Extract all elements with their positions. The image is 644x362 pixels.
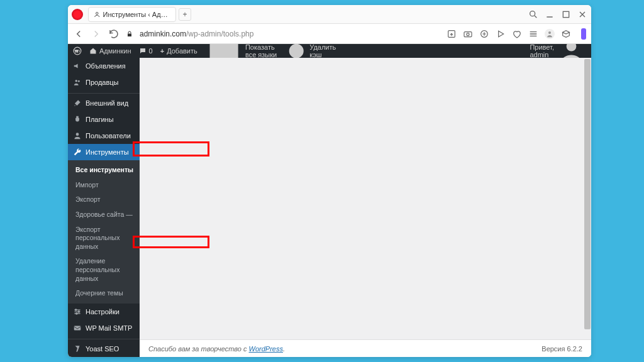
highlight-child-themes: [133, 236, 209, 248]
back-button[interactable]: [73, 28, 84, 40]
svg-point-12: [567, 44, 577, 51]
submenu-import[interactable]: Импорт: [68, 178, 140, 193]
heart-icon[interactable]: [512, 29, 522, 39]
svg-point-15: [76, 133, 79, 136]
users-icon: [73, 78, 82, 87]
new-tab-button[interactable]: +: [179, 8, 191, 21]
sidebar-item-appearance[interactable]: Внешний вид: [68, 93, 140, 111]
wand-icon[interactable]: [479, 29, 489, 39]
svg-point-18: [76, 313, 77, 314]
mail-icon: [73, 324, 82, 332]
profile-icon[interactable]: [545, 29, 555, 39]
svg-point-1: [530, 11, 535, 16]
sidebar-item-users[interactable]: Пользователи: [68, 128, 140, 144]
browser-tab[interactable]: Инструменты ‹ Админки: [88, 7, 176, 22]
reload-button[interactable]: [108, 28, 119, 40]
submenu-export[interactable]: Экспорт: [68, 192, 140, 207]
svg-rect-2: [563, 11, 569, 17]
camera-icon[interactable]: [463, 29, 473, 39]
submenu-child-themes[interactable]: Дочерние темы: [68, 286, 140, 301]
svg-point-11: [289, 44, 304, 58]
sidebar-item-label: Объявления: [86, 62, 126, 70]
sidebar-item-ads[interactable]: Объявления: [68, 58, 140, 74]
submenu-site-health[interactable]: Здоровье сайта —: [68, 207, 140, 222]
maximize-icon[interactable]: [561, 9, 571, 19]
scrollbar-thumb[interactable]: [584, 59, 591, 329]
extensions-icon[interactable]: [561, 29, 571, 39]
wrench-icon: [73, 148, 82, 156]
sidebar-item-label: Настройки: [86, 308, 119, 315]
sidebar-item-tools[interactable]: Инструменты: [68, 144, 140, 160]
svg-point-0: [96, 12, 99, 14]
svg-point-14: [78, 80, 80, 82]
tab-bar: Инструменты ‹ Админки +: [68, 5, 591, 24]
site-name-link[interactable]: Админкин: [89, 47, 131, 55]
add-new-link[interactable]: +Добавить: [160, 47, 197, 55]
svg-point-6: [467, 33, 469, 35]
sidebar-item-sellers[interactable]: Продавцы: [68, 74, 140, 90]
browser-window: Инструменты ‹ Админки + adminkin.com/wp-…: [68, 5, 591, 357]
yoast-icon: [73, 344, 82, 353]
close-icon[interactable]: [577, 9, 587, 19]
submenu-export-personal[interactable]: Экспорт персональных данных: [68, 222, 140, 255]
person-icon: [94, 11, 101, 18]
comments-link[interactable]: 0: [139, 47, 153, 55]
submenu-delete-personal[interactable]: Удаление персональных данных: [68, 254, 140, 286]
sidebar-item-label: Продавцы: [86, 79, 119, 86]
search-icon[interactable]: [528, 9, 538, 19]
sidebar-item-label: WP Mail SMTP: [86, 324, 132, 332]
wordpress-link[interactable]: WordPress: [249, 345, 283, 353]
sidebar-item-label: Пользователи: [86, 132, 131, 140]
svg-point-8: [548, 31, 551, 34]
wp-body: Объявления Продавцы Внешний вид Плагины …: [68, 58, 591, 357]
submenu-all-tools[interactable]: Все инструменты: [68, 163, 140, 178]
sidebar-item-label: Инструменты: [86, 148, 129, 156]
brush-icon: [73, 99, 82, 107]
plug-icon: [73, 115, 82, 124]
sidebar-item-plugins[interactable]: Плагины: [68, 111, 140, 128]
opera-logo-icon: [72, 9, 83, 20]
wp-sidebar: Объявления Продавцы Внешний вид Плагины …: [68, 58, 140, 357]
sidebar-item-label: Внешний вид: [86, 99, 128, 107]
sidebar-item-label: Плагины: [86, 116, 114, 123]
sidebar-item-settings[interactable]: Настройки: [68, 304, 140, 320]
svg-rect-3: [128, 33, 131, 36]
megaphone-icon: [73, 62, 82, 70]
scrollbar[interactable]: [584, 58, 591, 339]
svg-rect-19: [74, 326, 81, 331]
svg-point-17: [78, 311, 79, 312]
svg-point-13: [75, 80, 78, 82]
lock-icon: [126, 30, 133, 38]
highlight-tools: [133, 141, 209, 156]
address-bar: adminkin.com/wp-admin/tools.php: [68, 24, 591, 44]
url-host[interactable]: adminkin.com/wp-admin/tools.php: [140, 30, 253, 38]
sidebar-item-label: Yoast SEO: [86, 345, 119, 353]
footer-version: Версия 6.2.2: [541, 345, 582, 353]
extension-badge[interactable]: [581, 28, 586, 40]
tools-submenu: Все инструменты Импорт Экспорт Здоровье …: [68, 160, 140, 304]
tab-title: Инструменты ‹ Админки: [103, 11, 171, 18]
svg-point-16: [75, 309, 77, 310]
wp-content: Спасибо вам за творчество с WordPress. В…: [140, 58, 591, 357]
forward-button[interactable]: [91, 28, 102, 40]
share-icon[interactable]: [447, 29, 457, 39]
user-icon: [73, 131, 82, 140]
svg-rect-5: [464, 31, 472, 36]
footer-thanks: Спасибо вам за творчество с WordPress.: [148, 345, 285, 353]
menu-icon[interactable]: [528, 29, 538, 39]
wp-admin-bar: Админкин 0 +Добавить Показать все языки …: [68, 44, 591, 58]
wp-logo-icon[interactable]: [73, 47, 82, 55]
sliders-icon: [73, 307, 82, 316]
wp-footer: Спасибо вам за творчество с WordPress. В…: [140, 339, 591, 357]
sidebar-item-yoast[interactable]: Yoast SEO: [68, 339, 140, 357]
play-icon[interactable]: [496, 29, 506, 39]
sidebar-item-smtp[interactable]: WP Mail SMTP: [68, 320, 140, 336]
minimize-icon[interactable]: [545, 9, 555, 19]
wp-admin-area: Админкин 0 +Добавить Показать все языки …: [68, 44, 591, 357]
